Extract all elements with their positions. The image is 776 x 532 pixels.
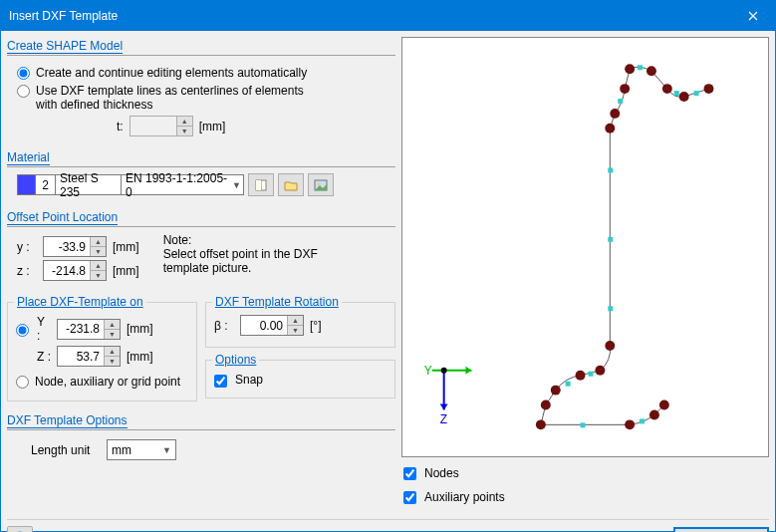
svg-point-18 [595,366,605,376]
radio-auto-edit[interactable] [17,67,30,80]
svg-point-24 [649,409,659,419]
svg-point-23 [625,419,635,429]
spin-up-icon[interactable]: ▲ [91,237,106,247]
aux-label: Auxiliary points [424,490,505,504]
folder-icon [284,178,298,192]
section-offset: Offset Point Location [7,208,395,227]
preview-svg: Y Z [402,38,768,456]
group-place-on: Place DXF-Template on Y : ▲▼ [mm] [7,302,197,401]
section-material: Material [7,148,395,167]
svg-rect-34 [566,382,571,387]
spin-down-icon[interactable]: ▼ [91,247,106,256]
place-header: Place DXF-Template on [17,295,143,309]
snap-label: Snap [235,373,263,387]
svg-point-8 [441,368,447,374]
material-new-button[interactable] [278,173,304,196]
svg-marker-5 [465,367,471,375]
svg-point-10 [647,66,656,76]
place-z-spinner[interactable]: ▲▼ [57,346,121,367]
radio-place-coords[interactable] [16,324,29,337]
svg-point-13 [704,84,714,94]
beta-spinner[interactable]: ▲▼ [240,315,304,336]
chevron-down-icon: ▼ [232,180,241,190]
svg-rect-28 [694,91,699,96]
thickness-spinner: ▲▼ [129,116,193,136]
spin-down-icon: ▼ [177,127,192,135]
offset-note-body: Select offset point in the DXF template … [163,247,333,275]
book-icon [254,178,268,192]
spin-up-icon: ▲ [177,117,192,127]
window-title: Insert DXF Template [9,9,730,23]
place-y-spinner[interactable]: ▲▼ [57,319,121,340]
offset-z-spinner[interactable]: ▲▼ [43,260,107,281]
axis-y-label: Y [424,364,432,378]
beta-input[interactable] [241,316,287,335]
offset-z-input[interactable] [44,261,90,280]
place-y-input[interactable] [58,320,104,339]
svg-rect-26 [638,65,643,70]
section-template-options: DXF Template Options [7,411,395,430]
radio-centerlines[interactable] [17,85,30,98]
svg-rect-31 [608,237,613,242]
nodes-label: Nodes [424,466,459,480]
svg-point-20 [551,386,561,396]
close-button[interactable] [730,1,775,31]
dxf-preview[interactable]: Y Z [401,37,769,457]
radio-place-node[interactable] [16,376,29,389]
svg-rect-27 [674,91,679,96]
place-z-unit: [mm] [127,350,153,364]
thickness-unit: [mm] [199,120,226,133]
beta-label: β : [214,319,234,333]
help-button[interactable]: ? [7,526,33,532]
length-unit-value: mm [112,443,131,457]
thickness-label: t: [117,120,124,133]
snap-checkbox[interactable] [214,375,227,388]
material-color-swatch[interactable] [17,174,35,195]
svg-marker-7 [440,404,448,410]
nodes-checkbox[interactable] [403,467,416,480]
length-unit-label: Length unit [31,443,101,457]
offset-y-unit: [mm] [113,240,139,254]
radio-auto-edit-label: Create and continue editing elements aut… [36,66,307,80]
svg-point-15 [610,109,620,119]
svg-point-21 [541,400,551,410]
section-create-shape: Create SHAPE Model [7,37,395,56]
svg-point-19 [576,371,586,381]
offset-y-input[interactable] [44,237,90,256]
place-y-unit: [mm] [127,322,153,336]
svg-rect-30 [608,167,613,172]
spin-down-icon[interactable]: ▼ [91,271,106,280]
apply-button[interactable]: Apply [673,527,769,532]
beta-unit: [°] [310,319,321,333]
close-icon [748,11,758,21]
radio-place-node-label: Node, auxiliary or grid point [35,375,180,389]
svg-rect-1 [256,180,261,190]
offset-y-spinner[interactable]: ▲▼ [43,236,107,257]
material-standard-value: EN 1993-1-1:2005-0 [126,171,232,199]
svg-point-22 [536,419,546,429]
svg-rect-35 [581,422,586,427]
group-rotation: DXF Template Rotation β : ▲▼ [°] [205,302,395,348]
group-options: Options Snap [205,360,395,399]
svg-point-17 [605,341,615,351]
rotation-header: DXF Template Rotation [215,295,339,309]
svg-point-16 [605,124,615,133]
thickness-input [130,117,176,135]
radio-centerlines-label: Use DXF template lines as centerlines of… [36,84,325,112]
svg-point-9 [625,64,635,74]
svg-point-14 [620,84,630,94]
dialog-window: Insert DXF Template Create SHAPE Model C… [0,0,776,532]
offset-z-label: z : [17,264,37,278]
spin-up-icon[interactable]: ▲ [91,261,106,271]
material-library-button[interactable] [248,173,274,196]
axis-z-label: Z [440,412,447,426]
length-unit-combo[interactable]: mm ▼ [107,439,176,460]
svg-point-12 [679,92,689,102]
aux-checkbox[interactable] [403,491,416,504]
material-standard-combo[interactable]: EN 1993-1-1:2005-0 ▼ [121,174,244,195]
material-number: 2 [35,174,55,195]
offset-z-unit: [mm] [113,264,139,278]
material-edit-button[interactable] [308,173,334,196]
place-z-input[interactable] [58,347,104,366]
svg-point-25 [659,400,669,410]
